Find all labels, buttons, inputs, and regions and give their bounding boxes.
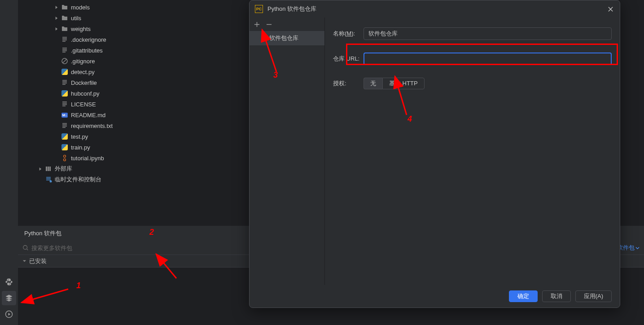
- folder-icon: [61, 14, 68, 22]
- chevron-down-icon: [22, 259, 26, 263]
- apply-button[interactable]: 应用(A): [575, 290, 612, 302]
- library-icon: [45, 165, 52, 172]
- text-file-icon: [61, 79, 68, 86]
- tree-item-label: utils: [71, 15, 81, 22]
- auth-none-button[interactable]: 无: [364, 78, 382, 89]
- svg-rect-6: [49, 167, 51, 171]
- search-icon: [22, 245, 29, 251]
- packages-button[interactable]: [2, 291, 16, 305]
- tree-item-label: models: [71, 4, 90, 11]
- svg-point-3: [64, 159, 66, 161]
- python-file-icon: [61, 90, 68, 97]
- close-button[interactable]: [606, 5, 614, 13]
- text-file-icon: [61, 101, 68, 108]
- tree-item-label: README.md: [71, 112, 105, 119]
- name-label: 名称(M):: [333, 30, 364, 38]
- svg-rect-4: [46, 167, 47, 171]
- svg-point-2: [64, 155, 66, 158]
- dialog-title: Python 软件包仓库: [267, 5, 602, 13]
- tree-item-label: test.py: [71, 133, 88, 140]
- text-file-icon: [61, 36, 68, 43]
- tree-item-label: requirements.txt: [71, 123, 113, 129]
- tree-item-label: hubconf.py: [71, 90, 100, 97]
- repo-url-input[interactable]: [364, 53, 612, 65]
- auth-label: 授权:: [333, 79, 364, 88]
- tree-item-label: .gitattributes: [71, 47, 103, 54]
- cancel-button[interactable]: 取消: [542, 290, 571, 302]
- installed-label: 已安装: [29, 257, 47, 265]
- repo-name-input[interactable]: [364, 27, 612, 40]
- scratch-icon: [45, 176, 52, 183]
- remove-repo-button[interactable]: [266, 22, 272, 27]
- repo-list-item[interactable]: 软件包仓库: [250, 31, 324, 45]
- python-file-icon: [61, 133, 68, 140]
- gitignore-icon: [61, 57, 68, 65]
- markdown-icon: M↓: [61, 111, 68, 119]
- close-icon: [608, 6, 613, 12]
- auth-http-button[interactable]: 基本 HTTP: [382, 78, 425, 89]
- text-file-icon: [61, 122, 68, 129]
- services-button[interactable]: [2, 307, 16, 321]
- tree-item-label: weights: [71, 26, 91, 32]
- tree-item-label: tutorial.ipynb: [71, 155, 104, 162]
- tree-item-label: detect.py: [71, 69, 95, 75]
- left-toolbar: [0, 0, 18, 325]
- folder-icon: [61, 4, 68, 11]
- add-repo-button[interactable]: [254, 22, 260, 27]
- jupyter-icon: [61, 154, 68, 162]
- tree-item-label: train.py: [71, 144, 90, 151]
- tree-item-label: Dockerfile: [71, 79, 97, 86]
- tree-item-label: 外部库: [55, 165, 72, 173]
- chevron-right-icon: [53, 15, 59, 21]
- folder-icon: [61, 25, 68, 32]
- tree-item-label: LICENSE: [71, 101, 96, 108]
- chevron-down-icon: [635, 246, 640, 250]
- tree-item-label: 临时文件和控制台: [55, 176, 101, 184]
- chevron-right-icon: [37, 166, 43, 172]
- tree-item-label: .dockerignore: [71, 36, 106, 43]
- ok-button[interactable]: 确定: [509, 290, 538, 302]
- url-label: 仓库 URL:: [333, 55, 364, 63]
- python-console-button[interactable]: [2, 275, 16, 289]
- svg-rect-5: [48, 167, 49, 171]
- svg-point-8: [23, 246, 27, 250]
- chevron-right-icon: [53, 4, 59, 10]
- svg-point-7: [50, 180, 52, 183]
- repo-list-pane: 软件包仓库: [250, 18, 325, 285]
- repository-dialog: PC Python 软件包仓库 软件包仓库 名称(M): 仓库 URL: 授权:: [249, 0, 620, 308]
- python-file-icon: [61, 144, 68, 151]
- chevron-right-icon: [53, 26, 59, 32]
- text-file-icon: [61, 47, 68, 54]
- tree-item-label: .gitignore: [71, 58, 95, 65]
- pycharm-icon: PC: [255, 5, 263, 13]
- python-file-icon: [61, 68, 68, 75]
